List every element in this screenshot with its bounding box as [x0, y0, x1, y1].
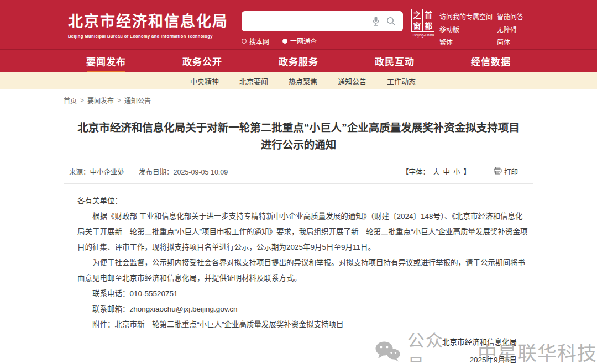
scope-label: 搜本网 [249, 36, 269, 46]
logo-char: 窗 [412, 20, 423, 31]
sub-navigation: 中央精神 北京要闻 热点聚焦 通知公告 工作动态 [0, 72, 597, 89]
contact-phone: 联系电话：010-55520751 [77, 286, 528, 302]
search-box [242, 11, 403, 31]
signature-block: 北京市经济和信息化局 2025年9月5日 [64, 334, 533, 364]
article-meta: 来源：中小企业处 发布日期：2025-09-05 10:09 【字体： 大 中 … [64, 166, 533, 176]
header-quick-links: 访问我的专属空间 移动版 繁体 智能问答 无障碍 简体 [439, 12, 523, 46]
attachment-link[interactable]: 附件：北京市新一轮第二批重点“小巨人”企业高质量发展奖补资金拟支持项目 [77, 317, 528, 333]
logo-caption: Beijing-China [411, 33, 436, 37]
date-value: 2025-09-05 10:09 [174, 168, 228, 176]
logo-char: 首 [423, 9, 434, 20]
link-simplified-chinese[interactable]: 简体 [497, 37, 523, 46]
signature-org: 北京市经济和信息化局 [64, 334, 517, 351]
site-subtitle: Beijing Municipal Bureau of Economy and … [68, 34, 228, 39]
search-area: 搜本网 一网通查 [242, 11, 403, 46]
search-icon[interactable] [386, 17, 396, 28]
nav-item-label: 政务服务 [279, 54, 318, 68]
source-value: 中小企业处 [90, 168, 125, 176]
font-size-large-button[interactable]: 大 [433, 166, 440, 177]
breadcrumb-notices[interactable]: 通知公告 [124, 96, 151, 105]
print-label: 打印 [504, 166, 518, 177]
breadcrumb-separator: > [80, 97, 84, 104]
site-brand[interactable]: 北京市经济和信息化局 Beijing Municipal Bureau of E… [68, 9, 228, 39]
link-accessibility[interactable]: 无障碍 [497, 24, 523, 34]
logo-char: 都 [423, 20, 434, 31]
scope-label: 一网通查 [290, 36, 317, 46]
nav-item-news[interactable]: 要闻发布 [58, 50, 154, 72]
page: 北京市经济和信息化局 Beijing Municipal Bureau of E… [0, 0, 597, 364]
microphone-icon[interactable] [372, 16, 380, 29]
subnav-item-central-spirit[interactable]: 中央精神 [190, 76, 219, 86]
print-button[interactable]: 打印 [494, 166, 518, 177]
search-scope-options: 搜本网 一网通查 [242, 36, 403, 46]
nav-item-public-interaction[interactable]: 政民互动 [347, 50, 443, 72]
active-tab-indicator [87, 71, 125, 72]
salutation: 各有关单位： [77, 193, 528, 209]
nav-item-gov-services[interactable]: 政务服务 [250, 50, 347, 72]
subnav-item-beijing-news[interactable]: 北京要闻 [239, 76, 268, 86]
main-navigation: 要闻发布 政务公开 政务服务 政民互动 经信数据 [0, 49, 597, 72]
link-mobile-version[interactable]: 移动版 [439, 24, 497, 34]
contact-email: 联系邮箱：zhongxiaochu@jxj.beijing.gov.cn [77, 302, 528, 317]
signature-date: 2025年9月5日 [64, 352, 517, 364]
link-smart-qa[interactable]: 智能问答 [497, 12, 523, 21]
breadcrumb: 首页 > 要闻发布 > 通知公告 [64, 96, 533, 105]
nav-item-industry-data[interactable]: 经信数据 [443, 50, 539, 72]
page-title: 北京市经济和信息化局关于对新一轮第二批重点“小巨人”企业高质量发展奖补资金拟支持… [73, 119, 524, 154]
nav-item-label: 要闻发布 [86, 54, 126, 68]
article-body: 各有关单位： 根据《财政部 工业和信息化部关于进一步支持专精特新中小企业高质量发… [64, 184, 533, 333]
nav-item-gov-disclosure[interactable]: 政务公开 [154, 50, 250, 72]
logo-char: 之 [412, 9, 423, 20]
scope-option-site[interactable]: 搜本网 [242, 36, 269, 46]
nav-item-label: 经信数据 [471, 54, 511, 68]
link-my-space[interactable]: 访问我的专属空间 [439, 12, 497, 21]
font-size-control: 【字体： 大 中 小 】 [402, 166, 470, 177]
radio-selected-icon [282, 39, 287, 44]
scope-option-network[interactable]: 一网通查 [282, 36, 317, 46]
body-paragraph: 根据《财政部 工业和信息化部关于进一步支持专精特新中小企业高质量发展的通知》（财… [77, 209, 528, 255]
site-title: 北京市经济和信息化局 [68, 9, 228, 31]
article-source: 来源：中小企业处 [69, 166, 124, 177]
article-date: 发布日期：2025-09-05 10:09 [139, 166, 228, 177]
source-label: 来源： [69, 168, 90, 176]
printer-icon [494, 167, 502, 176]
breadcrumb-home[interactable]: 首页 [64, 96, 77, 105]
subnav-item-hot-focus[interactable]: 热点聚焦 [289, 76, 317, 86]
breadcrumb-news[interactable]: 要闻发布 [87, 96, 114, 105]
date-label: 发布日期： [139, 168, 174, 176]
subnav-item-work-updates[interactable]: 工作动态 [387, 76, 416, 86]
article-content: 首页 > 要闻发布 > 通知公告 北京市经济和信息化局关于对新一轮第二批重点“小… [64, 96, 533, 364]
link-traditional-chinese[interactable]: 繁体 [439, 37, 497, 46]
capital-window-logo-grid: 之 首 窗 都 [411, 9, 434, 32]
breadcrumb-separator: > [117, 97, 121, 104]
subnav-item-notices[interactable]: 通知公告 [338, 76, 366, 86]
nav-item-label: 政务公开 [182, 54, 222, 68]
capital-window-logo[interactable]: 之 首 窗 都 Beijing-China [411, 9, 436, 37]
nav-item-label: 政民互动 [375, 54, 415, 68]
body-paragraph: 为便于社会监督，公示期内接受社会各界对拟支持项目提出的异议和举报。对拟支持项目持… [77, 255, 528, 286]
font-label-open: 【字体： [402, 166, 430, 177]
font-size-medium-button[interactable]: 中 [443, 166, 450, 177]
font-label-close: 】 [463, 166, 470, 177]
search-input[interactable] [247, 11, 363, 31]
radio-unselected-icon [242, 39, 247, 44]
site-header: 北京市经济和信息化局 Beijing Municipal Bureau of E… [0, 0, 597, 49]
font-size-small-button[interactable]: 小 [453, 166, 460, 177]
